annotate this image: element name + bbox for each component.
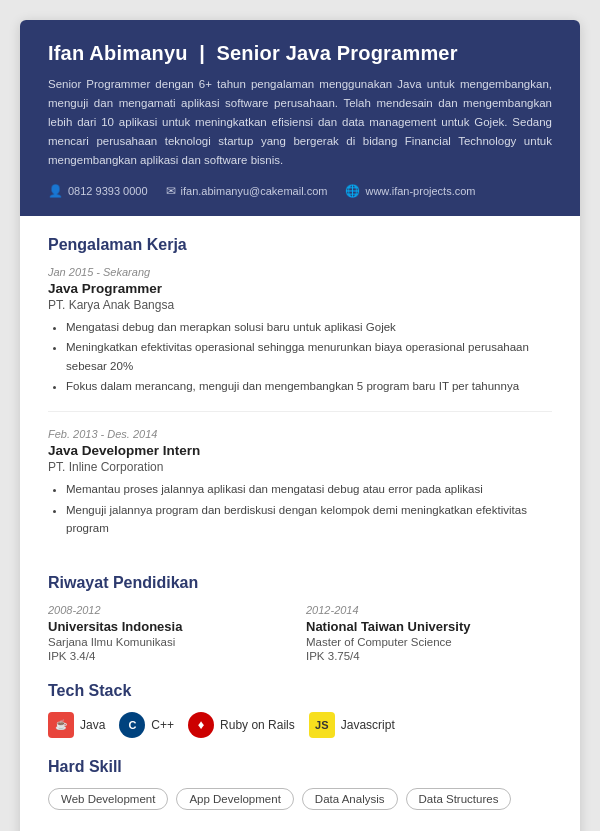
education-section: Riwayat Pendidikan 2008-2012 Universitas… — [48, 574, 552, 662]
experience-section-title: Pengalaman Kerja — [48, 236, 552, 254]
hardskill-tag-3: Data Analysis — [302, 788, 398, 810]
email-value: ifan.abimanyu@cakemail.com — [181, 185, 328, 197]
candidate-title: Senior Java Programmer — [217, 42, 458, 64]
techstack-section: Tech Stack ☕ Java C C++ ♦ Ruby on Rails … — [48, 682, 552, 738]
edu-degree-1: Sarjana Ilmu Komunikasi — [48, 636, 294, 648]
tech-item-cpp: C C++ — [119, 712, 174, 738]
exp-item-1: Jan 2015 - Sekarang Java Programmer PT. … — [48, 266, 552, 413]
header-title: Ifan Abimanyu | Senior Java Programmer — [48, 42, 552, 65]
hardskill-tag-4: Data Structures — [406, 788, 512, 810]
education-section-title: Riwayat Pendidikan — [48, 574, 552, 592]
exp-date-2: Feb. 2013 - Des. 2014 — [48, 428, 552, 440]
exp-bullet-1-1: Mengatasi debug dan merapkan solusi baru… — [66, 318, 552, 336]
exp-company-1: PT. Karya Anak Bangsa — [48, 298, 552, 312]
js-icon: JS — [309, 712, 335, 738]
exp-bullets-1: Mengatasi debug dan merapkan solusi baru… — [48, 318, 552, 396]
contact-email: ✉ ifan.abimanyu@cakemail.com — [166, 184, 328, 198]
exp-date-1: Jan 2015 - Sekarang — [48, 266, 552, 278]
education-grid: 2008-2012 Universitas Indonesia Sarjana … — [48, 604, 552, 662]
java-icon: ☕ — [48, 712, 74, 738]
tech-item-rails: ♦ Ruby on Rails — [188, 712, 295, 738]
resume-body: Pengalaman Kerja Jan 2015 - Sekarang Jav… — [20, 216, 580, 831]
edu-gpa-1: IPK 3.4/4 — [48, 650, 294, 662]
website-icon: 🌐 — [345, 184, 360, 198]
tech-label-java: Java — [80, 718, 105, 732]
resume-card: Ifan Abimanyu | Senior Java Programmer S… — [20, 20, 580, 831]
hardskill-tag-1: Web Development — [48, 788, 168, 810]
tech-label-cpp: C++ — [151, 718, 174, 732]
rails-icon: ♦ — [188, 712, 214, 738]
edu-item-2: 2012-2014 National Taiwan University Mas… — [306, 604, 552, 662]
edu-degree-2: Master of Computer Science — [306, 636, 552, 648]
exp-bullet-1-2: Meningkatkan efektivitas operasional seh… — [66, 338, 552, 375]
edu-school-2: National Taiwan University — [306, 619, 552, 634]
exp-item-2: Feb. 2013 - Des. 2014 Java Developmer In… — [48, 428, 552, 553]
hardskill-tags: Web Development App Development Data Ana… — [48, 788, 552, 810]
email-icon: ✉ — [166, 184, 176, 198]
contact-phone: 👤 0812 9393 0000 — [48, 184, 148, 198]
tech-label-js: Javascript — [341, 718, 395, 732]
tech-item-js: JS Javascript — [309, 712, 395, 738]
phone-value: 0812 9393 0000 — [68, 185, 148, 197]
header-summary: Senior Programmer dengan 6+ tahun pengal… — [48, 75, 552, 170]
exp-bullet-2-1: Memantau proses jalannya aplikasi dan me… — [66, 480, 552, 498]
edu-date-1: 2008-2012 — [48, 604, 294, 616]
header-section: Ifan Abimanyu | Senior Java Programmer S… — [20, 20, 580, 216]
exp-bullet-2-2: Menguji jalannya program dan berdiskusi … — [66, 501, 552, 538]
website-value: www.ifan-projects.com — [365, 185, 475, 197]
title-separator: | — [193, 42, 216, 64]
exp-bullets-2: Memantau proses jalannya aplikasi dan me… — [48, 480, 552, 537]
tech-label-rails: Ruby on Rails — [220, 718, 295, 732]
experience-section: Pengalaman Kerja Jan 2015 - Sekarang Jav… — [48, 236, 552, 554]
techstack-section-title: Tech Stack — [48, 682, 552, 700]
header-contacts: 👤 0812 9393 0000 ✉ ifan.abimanyu@cakemai… — [48, 184, 552, 198]
exp-role-2: Java Developmer Intern — [48, 443, 552, 458]
edu-item-1: 2008-2012 Universitas Indonesia Sarjana … — [48, 604, 294, 662]
edu-school-1: Universitas Indonesia — [48, 619, 294, 634]
cpp-icon: C — [119, 712, 145, 738]
hardskill-tag-2: App Development — [176, 788, 293, 810]
edu-date-2: 2012-2014 — [306, 604, 552, 616]
phone-icon: 👤 — [48, 184, 63, 198]
tech-item-java: ☕ Java — [48, 712, 105, 738]
hardskill-section: Hard Skill Web Development App Developme… — [48, 758, 552, 810]
edu-gpa-2: IPK 3.75/4 — [306, 650, 552, 662]
contact-website: 🌐 www.ifan-projects.com — [345, 184, 475, 198]
exp-role-1: Java Programmer — [48, 281, 552, 296]
candidate-name: Ifan Abimanyu — [48, 42, 188, 64]
exp-bullet-1-3: Fokus dalam merancang, menguji dan menge… — [66, 377, 552, 395]
hardskill-section-title: Hard Skill — [48, 758, 552, 776]
exp-company-2: PT. Inline Corporation — [48, 460, 552, 474]
tech-stack-list: ☕ Java C C++ ♦ Ruby on Rails JS Javascri… — [48, 712, 552, 738]
